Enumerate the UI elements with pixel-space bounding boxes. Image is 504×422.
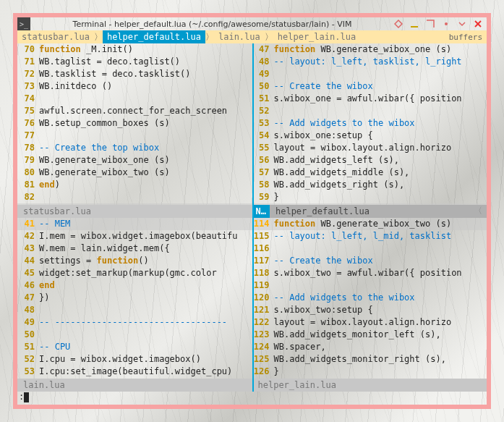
code-text: function _M.init() [39, 43, 252, 56]
code-text [274, 242, 487, 255]
code-line: 53 -- Add widgets to the wibox [252, 117, 487, 130]
line-number: 45 [17, 267, 39, 279]
pane-bottom-right[interactable]: 114function WB.generate_wibox_two (s)115… [252, 218, 487, 392]
line-number: 114 [252, 218, 274, 230]
code-line: 122 layout = wibox.layout.align.horizo [252, 316, 487, 329]
buffer-tab-active[interactable]: helper_default.lua [103, 30, 205, 43]
line-number: 56 [252, 154, 274, 166]
line-number: 74 [17, 93, 39, 105]
vim-area: statusbar.lua 〉 helper_default.lua 〉 lai… [17, 30, 487, 405]
line-number: 122 [252, 316, 274, 329]
pane-bottom-left[interactable]: 41-- MEM42I.mem = wibox.widget.imagebox(… [17, 218, 252, 392]
code-line: 41-- MEM [17, 218, 252, 230]
code-text: WB.add_widgets_right (s), [274, 179, 487, 191]
pane-top-left[interactable]: 70function _M.init()71 WB.taglist = deco… [17, 43, 252, 218]
line-number: 42 [17, 230, 39, 242]
code-line: 119 [252, 279, 487, 292]
sticky-icon[interactable] [458, 20, 466, 28]
code-line: 70function _M.init() [17, 43, 252, 56]
chevron-left-icon: 〈 [469, 205, 487, 217]
code-line: 115 -- layout: l_left, l_mid, tasklist [252, 230, 487, 242]
code-line: 51 s.wibox_one = awful.wibar({ position [252, 93, 487, 105]
line-number: 79 [17, 154, 39, 166]
split-grid: 70function _M.init()71 WB.taglist = deco… [17, 43, 487, 392]
line-number: 50 [17, 329, 39, 341]
code-text: } [274, 191, 487, 203]
line-number: 76 [17, 117, 39, 130]
line-number: 70 [17, 43, 39, 56]
code-text: WB.add_widgets_monitor_left (s), [274, 329, 487, 341]
line-number: 48 [17, 304, 39, 316]
line-number: 77 [17, 130, 39, 142]
code-line: 48 [17, 304, 252, 316]
terminal-icon: >_ [17, 17, 30, 30]
line-number: 46 [17, 279, 39, 292]
line-number: 118 [252, 267, 274, 279]
code-line: 56 WB.add_widgets_left (s), [252, 154, 487, 166]
statusline: helper_lain.lua [252, 379, 487, 392]
code-text: s.wibox_one:setup { [274, 130, 487, 142]
code-text: WB.spacer, [274, 341, 487, 353]
ontop-icon[interactable] [394, 20, 403, 28]
code-line: 78 -- Create the top wibox [17, 142, 252, 154]
line-number: 52 [17, 353, 39, 366]
line-number: 57 [252, 166, 274, 179]
code-line: 47}) [17, 292, 252, 304]
line-number: 115 [252, 230, 274, 242]
window-frame: >_ Terminal - helper_default.lua (~/.con… [13, 13, 491, 409]
code-line: 81 end) [17, 179, 252, 191]
code-text: settings = function() [39, 255, 252, 267]
code-line: 49-- --------------------------------- [17, 316, 252, 329]
line-number: 119 [252, 279, 274, 292]
code-text [274, 105, 487, 117]
code-line: 57 WB.add_widgets_middle (s), [252, 166, 487, 179]
line-number: 71 [17, 56, 39, 68]
minimize-icon[interactable] [410, 20, 419, 28]
code-line: 116 [252, 242, 487, 255]
code-line: 52I.cpu = wibox.widget.imagebox() [17, 353, 252, 366]
statusline-filename: helper_lain.lua [252, 380, 336, 390]
line-number: 72 [17, 68, 39, 80]
buffer-tab[interactable]: lain.lua [214, 30, 265, 43]
float-icon[interactable] [442, 20, 450, 28]
code-line: 72 WB.tasklist = deco.tasklist() [17, 68, 252, 80]
line-number: 126 [252, 366, 274, 378]
code-line: 124 WB.spacer, [252, 341, 487, 353]
statusline-filename: helper_default.lua [270, 206, 370, 216]
maximize-icon[interactable] [426, 20, 435, 28]
line-number: 75 [17, 105, 39, 117]
code-line: 75 awful.screen.connect_for_each_screen [17, 105, 252, 117]
line-number: 124 [252, 341, 274, 353]
line-number: 50 [252, 80, 274, 93]
line-number: 73 [17, 80, 39, 93]
svg-point-1 [445, 22, 448, 25]
code-line: 125 WB.add_widgets_monitor_right (s), [252, 353, 487, 366]
line-number: 121 [252, 304, 274, 316]
command-line[interactable]: : [17, 392, 487, 405]
buffer-tab[interactable]: helper_lain.lua [273, 30, 360, 43]
code-line: 120 -- Add widgets to the wibox [252, 292, 487, 304]
statusline-mode: N… [252, 205, 270, 218]
line-number: 51 [252, 93, 274, 105]
line-number: 48 [252, 56, 274, 68]
code-text: WB.tasklist = deco.tasklist() [39, 68, 252, 80]
code-line: 121 s.wibox_two:setup { [252, 304, 487, 316]
code-line: 82 [17, 191, 252, 203]
code-line: 48 -- layout: l_left, tasklist, l_right [252, 56, 487, 68]
buffer-tab[interactable]: statusbar.lua [17, 30, 94, 43]
code-line: 117 -- Create the wibox [252, 255, 487, 267]
code-text: WB.add_widgets_middle (s), [274, 166, 487, 179]
code-line: 114function WB.generate_wibox_two (s) [252, 218, 487, 230]
code-text: end) [39, 179, 252, 191]
chevron-right-icon: 〉 [94, 31, 103, 43]
close-icon[interactable] [474, 20, 482, 28]
statusline: N…helper_default.lua〈 [252, 205, 487, 218]
statusline: lain.lua [17, 379, 252, 392]
pane-top-right[interactable]: 47function WB.generate_wibox_one (s)48 -… [252, 43, 487, 218]
code-text: -- Add widgets to the wibox [274, 117, 487, 130]
code-text: s.wibox_two = awful.wibar({ position [274, 267, 487, 279]
code-text: WB.add_widgets_left (s), [274, 154, 487, 166]
statusline: statusbar.lua [17, 205, 252, 218]
code-text: -- Create the wibox [274, 255, 487, 267]
cmd-prompt: : [19, 392, 24, 402]
